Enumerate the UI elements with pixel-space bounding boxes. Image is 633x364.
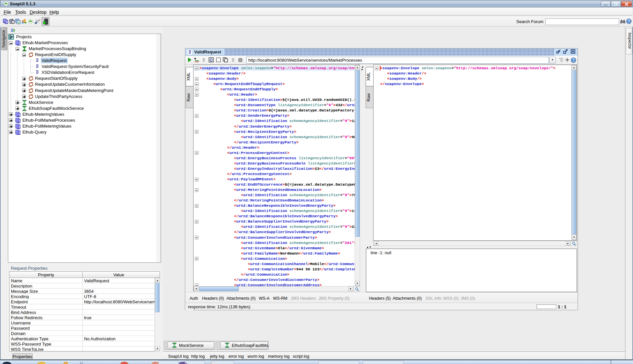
svg-text:?: ? xyxy=(572,58,574,62)
svg-text:?: ? xyxy=(628,19,630,23)
